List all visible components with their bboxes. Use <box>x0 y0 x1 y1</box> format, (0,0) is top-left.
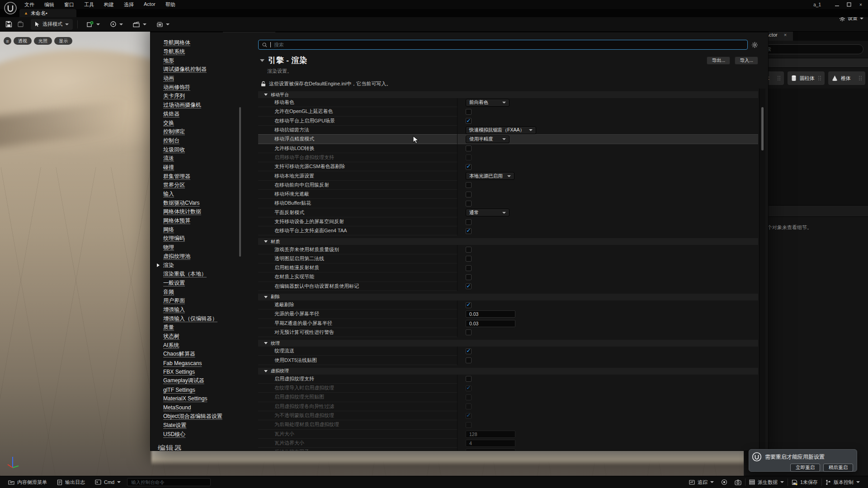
revision-control-dropdown[interactable]: 版本控制 <box>822 476 863 488</box>
output-log-button[interactable]: 输出日志 <box>53 476 89 488</box>
section-header-虚拟纹理[interactable]: 虚拟纹理 <box>258 368 758 375</box>
export-button[interactable]: 导出... <box>707 56 730 65</box>
number-input[interactable]: 128 <box>466 431 515 438</box>
checkbox[interactable] <box>466 182 472 188</box>
console-command-input[interactable] <box>127 478 211 486</box>
revert-icon[interactable] <box>15 19 25 29</box>
checkbox[interactable] <box>466 404 472 409</box>
import-button[interactable]: 导入... <box>735 56 758 65</box>
checkbox[interactable] <box>466 422 472 428</box>
menu-item-文件[interactable]: 文件 <box>20 0 39 9</box>
checkbox[interactable] <box>466 145 472 151</box>
section-header-剔除[interactable]: 剔除 <box>258 294 758 300</box>
dropdown[interactable]: 快速模拟抗锯齿（FXAA） <box>466 127 536 134</box>
menu-item-窗口[interactable]: 窗口 <box>60 0 79 9</box>
close-icon[interactable]: × <box>784 32 787 38</box>
checkbox[interactable] <box>466 274 472 280</box>
menu-item-Actor[interactable]: Actor <box>139 0 160 9</box>
sidebar-item-调试摄像机控制器[interactable]: 调试摄像机控制器 <box>151 65 255 74</box>
blueprints-button[interactable] <box>106 19 127 30</box>
sidebar-item-用户界面[interactable]: 用户界面 <box>151 296 255 305</box>
sidebar-item-FBX Settings[interactable]: FBX Settings <box>151 367 255 376</box>
checkbox[interactable]: ✓ <box>466 302 472 308</box>
checkbox[interactable] <box>466 265 472 271</box>
shape-button-圆柱体[interactable]: 圆柱体 <box>788 71 825 85</box>
checkbox[interactable]: ✓ <box>466 228 472 234</box>
sidebar-item-动画[interactable]: 动画 <box>151 74 255 83</box>
shape-button-椎体[interactable]: 椎体 <box>828 71 865 85</box>
sidebar-item-质量[interactable]: 质量 <box>151 323 255 332</box>
sidebar-item-渲染重载（本地）[interactable]: 渲染重载（本地） <box>151 270 255 279</box>
sidebar-item-增强输入[interactable]: 增强输入 <box>151 305 255 314</box>
viewport-pill-光照[interactable]: 光照 <box>34 37 52 45</box>
sidebar-item-Fab Megascans[interactable]: Fab Megascans <box>151 359 255 368</box>
platforms-button[interactable] <box>152 19 174 30</box>
checkbox[interactable] <box>466 394 472 400</box>
sidebar-item-状态树[interactable]: 状态树 <box>151 332 255 341</box>
restart-now-button[interactable]: 立即重启 <box>790 464 820 472</box>
unsaved-button[interactable]: 1未保存 <box>788 476 821 488</box>
dropdown[interactable]: 本地光源已启用 <box>466 172 514 180</box>
checkbox[interactable] <box>466 256 472 262</box>
dropdown[interactable]: 使用半精度 <box>466 136 509 143</box>
collapse-icon[interactable] <box>260 59 264 62</box>
checkbox[interactable] <box>466 247 472 253</box>
sidebar-item-Object混合器编辑器设置[interactable]: Object混合器编辑器设置 <box>151 412 255 421</box>
search-input[interactable] <box>761 47 859 52</box>
sidebar-item-导航系统[interactable]: 导航系统 <box>151 47 255 56</box>
number-input[interactable]: 0.03 <box>466 310 515 318</box>
checkbox[interactable] <box>466 329 472 335</box>
cmd-dropdown[interactable]: Cmd <box>91 476 124 488</box>
cinematics-button[interactable] <box>129 19 151 30</box>
content-drawer-button[interactable]: 内容侧滑菜单 <box>5 476 51 488</box>
sidebar-item-关卡序列[interactable]: 关卡序列 <box>151 92 255 101</box>
search-input[interactable] <box>274 42 744 47</box>
checkbox[interactable] <box>466 219 472 225</box>
checkbox[interactable]: ✓ <box>466 164 472 170</box>
viewport-menu-icon[interactable]: ≡ <box>4 37 11 45</box>
checkbox[interactable]: ✓ <box>466 413 472 419</box>
minimize-icon[interactable] <box>835 2 840 7</box>
dropdown[interactable]: 通常 <box>466 209 509 216</box>
checkbox[interactable] <box>466 376 472 382</box>
add-actor-button[interactable] <box>82 19 104 30</box>
sidebar-item-导航网格体[interactable]: 导航网格体 <box>151 38 255 47</box>
search-options-gear-icon[interactable] <box>751 42 758 48</box>
scrollbar-thumb[interactable] <box>761 107 764 150</box>
sidebar-item-AI系统[interactable]: AI系统 <box>151 341 255 350</box>
checkbox[interactable] <box>466 201 472 206</box>
sidebar-item-MetaSound[interactable]: MetaSound <box>151 403 255 412</box>
save-icon[interactable] <box>4 19 14 29</box>
checkbox[interactable] <box>466 192 472 197</box>
sidebar-item-glTF Settings[interactable]: glTF Settings <box>151 385 255 394</box>
menu-item-选择[interactable]: 选择 <box>119 0 138 9</box>
settings-search[interactable] <box>258 40 748 50</box>
menu-item-构建[interactable]: 构建 <box>99 0 118 9</box>
menu-item-工具[interactable]: 工具 <box>80 0 99 9</box>
sidebar-item-增强输入（仅编辑器）[interactable]: 增强输入（仅编辑器） <box>151 314 255 323</box>
select-mode-dropdown[interactable]: 选择模式 <box>31 19 73 30</box>
checkbox[interactable]: ✓ <box>466 283 472 289</box>
sidebar-item-一般设置[interactable]: 一般设置 <box>151 279 255 288</box>
checkbox[interactable] <box>466 155 472 160</box>
checkbox[interactable]: ✓ <box>466 118 472 124</box>
number-input[interactable]: 4 <box>466 440 515 447</box>
number-input[interactable]: 0.03 <box>466 320 515 327</box>
checkbox[interactable] <box>466 109 472 115</box>
snapshot-button[interactable] <box>731 476 745 488</box>
restart-later-button[interactable]: 稍后重启 <box>823 464 853 472</box>
sidebar-scrollbar[interactable] <box>239 107 241 257</box>
section-header-移动平台[interactable]: 移动平台 <box>258 91 758 98</box>
sidebar-item-Slate设置[interactable]: Slate设置 <box>151 421 255 430</box>
sidebar-item-USD核心[interactable]: USD核心 <box>151 430 255 439</box>
sidebar-item-地形[interactable]: 地形 <box>151 56 255 65</box>
menu-item-帮助[interactable]: 帮助 <box>161 0 180 9</box>
sidebar-item-MaterialX Settings[interactable]: MaterialX Settings <box>151 394 255 404</box>
section-header-材质[interactable]: 材质 <box>258 238 758 245</box>
section-header-纹理[interactable]: 纹理 <box>258 340 758 347</box>
sidebar-item-渲染[interactable]: 渲染 <box>151 261 255 270</box>
checkbox[interactable]: ✓ <box>466 385 472 391</box>
maximize-icon[interactable] <box>846 2 852 7</box>
insights-button[interactable] <box>717 476 731 488</box>
menu-item-编辑[interactable]: 编辑 <box>40 0 59 9</box>
